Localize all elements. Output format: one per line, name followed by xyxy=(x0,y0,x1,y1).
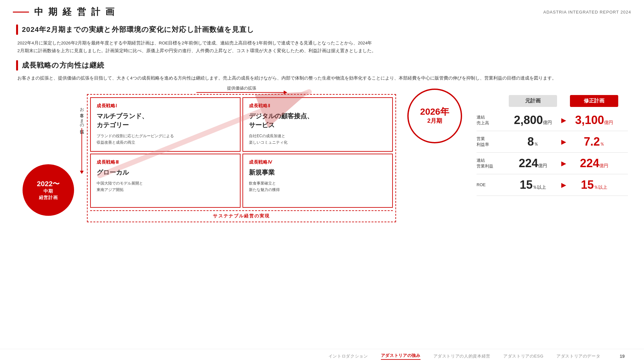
row3-orig-unit: 億円 xyxy=(538,163,547,168)
strategy-3-title: グローカル xyxy=(97,168,234,177)
row3-revised-num: 224 xyxy=(580,157,599,170)
row3-revised-unit: 億円 xyxy=(599,163,608,168)
section1-heading-group: 2024年2月期までの実績と外部環境の変化に対応し計画数値を見直し xyxy=(16,24,628,35)
strategy-grid: 成長戦略Ⅰ マルチブランド、カテゴリー ブランドの役割に応じたグルーピングによる… xyxy=(90,97,393,208)
page-header: 中 期 経 営 計 画 ADASTRIA INTEGRATED REPORT 2… xyxy=(0,0,644,18)
row3-arrow: ▶ xyxy=(560,159,567,167)
section2-bar xyxy=(16,60,18,71)
page-title: 中 期 経 営 計 画 xyxy=(34,6,116,18)
nav-item-strength[interactable]: アダストリアの強み xyxy=(381,353,421,360)
strategy-2-desc: 自社ECの成長加速と楽しいコミュニティ化 xyxy=(249,133,386,146)
row4-orig-unit: ％以上 xyxy=(533,185,546,190)
strategy-4-title: 新規事業 xyxy=(249,168,386,177)
plan-header-revised: 修正計画 xyxy=(570,95,618,107)
plan-header-orig: 元計画 xyxy=(509,95,557,107)
row2-revised-num: 7.2 xyxy=(584,135,600,148)
header-title-group: 中 期 経 営 計 画 xyxy=(13,6,116,18)
row1-revised-num: 3,100 xyxy=(575,113,604,127)
strategy-grid-wrapper: 成長戦略Ⅰ マルチブランド、カテゴリー ブランドの役割に応じたグルーピングによる… xyxy=(87,94,396,223)
bottom-navigation: イントロダクション アダストリアの強み アダストリアの人的資本経営 アダストリア… xyxy=(0,349,644,363)
plan-headers: 元計画 修正計画 xyxy=(477,95,628,107)
data-rows: 連結売上高 2,800億円 ▶ 3,100億円 営業利益率 8％ ▶ xyxy=(477,110,628,196)
section2-heading: 成長戦略の方向性は継続 xyxy=(22,61,104,70)
top-arrow-label: 提供価値の拡張 xyxy=(227,85,256,91)
section1-bar xyxy=(16,24,18,35)
strategy-cell-1: 成長戦略Ⅰ マルチブランド、カテゴリー ブランドの役割に応じたグルーピングによる… xyxy=(90,97,241,152)
row1-orig: 2,800億円 xyxy=(509,113,557,127)
row4-arrow: ▶ xyxy=(560,181,567,189)
row1-orig-num: 2,800 xyxy=(514,113,543,127)
row2-arrow: ▶ xyxy=(560,138,567,146)
circle-2022-year: 2022〜 xyxy=(37,180,60,188)
bottom-content-area: お客さまの拡張 2022〜 中期 経営計画 提供価値の拡張 xyxy=(16,85,628,223)
section1-heading: 2024年2月期までの実績と外部環境の変化に対応し計画数値を見直し xyxy=(22,25,254,34)
nav-item-data[interactable]: アダストリアのデータ xyxy=(556,353,601,359)
row4-orig-num: 15 xyxy=(520,178,533,191)
report-name: ADASTRIA INTEGRATED REPORT 2024 xyxy=(543,10,631,14)
section1-body1: 2022年4月に策定した2026年2月期を最終年度とする中期経営計画は、ROE目… xyxy=(16,39,628,55)
circle-2026-sub: 2月期 xyxy=(427,117,442,125)
row1-label: 連結売上高 xyxy=(477,114,506,126)
circle-2026-year: 2026年 xyxy=(420,107,449,117)
row2-orig-unit: ％ xyxy=(534,141,538,147)
row3-orig-num: 224 xyxy=(519,157,538,170)
strategy-2-num: 成長戦略Ⅱ xyxy=(249,103,386,109)
data-row-2: 営業利益率 8％ ▶ 7.2％ xyxy=(477,131,628,153)
nav-item-esg[interactable]: アダストリアのESG xyxy=(503,353,544,359)
header-accent-line xyxy=(13,12,29,13)
strategy-1-num: 成長戦略Ⅰ xyxy=(97,103,234,109)
bottom-label: サステナブル経営の実現 xyxy=(213,213,270,218)
strategy-3-num: 成長戦略Ⅲ xyxy=(97,159,234,165)
circle-2022-sub2: 経営計画 xyxy=(39,195,58,201)
data-row-3: 連結営業利益 224億円 ▶ 224億円 xyxy=(477,153,628,174)
row1-revised: 3,100億円 xyxy=(570,113,618,127)
left-circle-area: お客さまの拡張 2022〜 中期 経営計画 xyxy=(16,85,80,223)
circle-2022: 2022〜 中期 経営計画 xyxy=(23,164,74,216)
row1-arrow: ▶ xyxy=(560,116,567,124)
strategy-cell-4: 成長戦略Ⅳ 新規事業 飲食事業確立と新たな魅力の獲得 xyxy=(242,154,393,208)
circle-2026: 2026年 2月期 xyxy=(407,89,462,143)
row4-revised-num: 15 xyxy=(581,178,594,191)
row4-revised-unit: ％以上 xyxy=(594,185,607,190)
nav-item-intro[interactable]: イントロダクション xyxy=(328,353,368,359)
strategy-4-desc: 飲食事業確立と新たな魅力の獲得 xyxy=(249,180,386,193)
row4-revised: 15％以上 xyxy=(570,178,618,192)
strategy-grid-area: 提供価値の拡張 成長戦略Ⅰ マルチブランド、カテゴリー ブランドの役割に応じたグ… xyxy=(80,85,402,223)
row4-label: ROE xyxy=(477,182,506,188)
data-row-4: ROE 15％以上 ▶ 15％以上 xyxy=(477,174,628,196)
strategy-1-desc: ブランドの役割に応じたグルーピングによる収益改善と成長の両立 xyxy=(97,133,234,146)
strategy-4-num: 成長戦略Ⅳ xyxy=(249,159,386,165)
strategy-cell-3: 成長戦略Ⅲ グローカル 中国大陸でのモデル展開と東南アジア開拓 xyxy=(90,154,241,208)
strategy-2-title: デジタルの顧客接点、サービス xyxy=(249,111,386,129)
section2-heading-group: 成長戦略の方向性は継続 xyxy=(16,60,628,71)
strategy-cell-2: 成長戦略Ⅱ デジタルの顧客接点、サービス 自社ECの成長加速と楽しいコミュニティ… xyxy=(242,97,393,152)
strategy-1-title: マルチブランド、カテゴリー xyxy=(97,111,234,129)
row3-orig: 224億円 xyxy=(509,157,557,170)
row2-orig: 8％ xyxy=(509,135,557,148)
row2-label: 営業利益率 xyxy=(477,136,506,148)
section2-body: お客さまの拡張と、提供価値の拡張を目指して、大きく4つの成長戦略を進める方向性は… xyxy=(16,74,628,82)
strategy-3-desc: 中国大陸でのモデル展開と東南アジア開拓 xyxy=(97,180,234,193)
main-content: 2024年2月期までの実績と外部環境の変化に対応し計画数値を見直し 2022年4… xyxy=(0,18,644,222)
page-number: 19 xyxy=(620,354,625,359)
row3-label: 連結営業利益 xyxy=(477,158,506,169)
right-circle-area: 2026年 2月期 xyxy=(402,85,467,223)
circle-2022-sub1: 中期 xyxy=(43,188,53,195)
row1-revised-unit: 億円 xyxy=(604,120,613,125)
row2-orig-num: 8 xyxy=(527,135,534,148)
data-table-area: 元計画 修正計画 連結売上高 2,800億円 ▶ 3,100億円 xyxy=(467,85,628,223)
row4-orig: 15％以上 xyxy=(509,178,557,192)
data-row-1: 連結売上高 2,800億円 ▶ 3,100億円 xyxy=(477,110,628,131)
row1-orig-unit: 億円 xyxy=(543,120,552,125)
nav-item-hr[interactable]: アダストリアの人的資本経営 xyxy=(433,353,490,359)
row3-revised: 224億円 xyxy=(570,157,618,170)
row2-revised-unit: ％ xyxy=(600,141,604,147)
row2-revised: 7.2％ xyxy=(570,135,618,148)
